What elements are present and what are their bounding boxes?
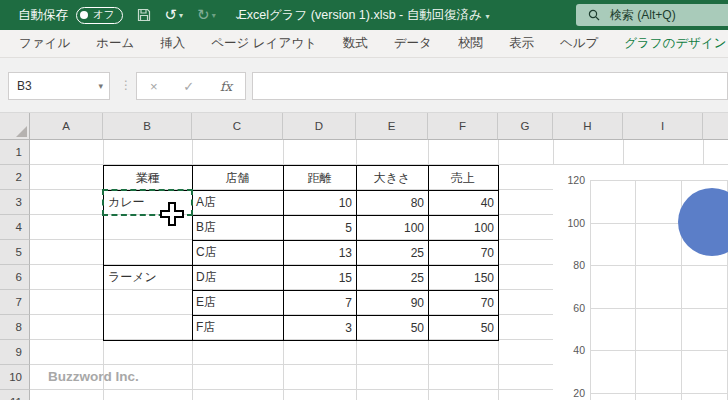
- cell-e3[interactable]: 80: [356, 190, 429, 216]
- row-header-6[interactable]: 6: [0, 265, 30, 290]
- column-header-i[interactable]: I: [623, 113, 703, 140]
- cell-e6[interactable]: 25: [356, 265, 429, 291]
- cell-f5[interactable]: 70: [428, 240, 499, 266]
- cell-c5[interactable]: C店: [192, 240, 284, 266]
- cancel-icon[interactable]: ×: [150, 79, 158, 94]
- select-all-button[interactable]: [0, 113, 30, 140]
- cell-b6-industry[interactable]: ラーメン: [103, 265, 193, 341]
- quick-access-overflow-icon[interactable]: ⌄: [234, 10, 242, 21]
- recovery-dropdown-icon[interactable]: ▾: [486, 12, 490, 21]
- autosave-label: 自動保存: [18, 7, 68, 24]
- cell-e2[interactable]: 大きさ: [356, 165, 429, 191]
- column-header-b[interactable]: B: [103, 113, 192, 140]
- chart-gridline-vertical: [635, 180, 636, 400]
- search-box[interactable]: 検索 (Alt+Q): [576, 4, 728, 26]
- y-axis-tick: 40: [555, 344, 585, 356]
- cell-e7[interactable]: 90: [356, 290, 429, 316]
- name-box-dropdown-icon[interactable]: ▾: [98, 81, 103, 91]
- row-header-3[interactable]: 3: [0, 190, 30, 215]
- column-header-a[interactable]: A: [30, 113, 103, 140]
- formula-input[interactable]: [252, 72, 728, 100]
- column-header-g[interactable]: G: [498, 113, 553, 140]
- cell-c8[interactable]: F店: [192, 315, 284, 341]
- cell-d7[interactable]: 7: [283, 290, 357, 316]
- cell-e5[interactable]: 25: [356, 240, 429, 266]
- row-header-2[interactable]: 2: [0, 165, 30, 190]
- column-header-c[interactable]: C: [192, 113, 283, 140]
- row-header-4[interactable]: 4: [0, 215, 30, 240]
- cell-f4[interactable]: 100: [428, 215, 499, 241]
- formula-bar-separator: ⋮: [120, 78, 132, 92]
- y-axis-tick: 60: [555, 302, 585, 314]
- row-header-7[interactable]: 7: [0, 290, 30, 315]
- cell-c3[interactable]: A店: [192, 190, 284, 216]
- redo-button: ↻: [197, 6, 210, 24]
- data-table: 業種 店舗 距離 大きさ 売上 カレー ラーメン A店 10 80 40 B店 …: [103, 165, 499, 341]
- cell-f7[interactable]: 70: [428, 290, 499, 316]
- tab-chart-design[interactable]: グラフのデザイン: [611, 35, 728, 52]
- cell-d5[interactable]: 13: [283, 240, 357, 266]
- row-header-11[interactable]: 11: [0, 390, 30, 400]
- tab-help[interactable]: ヘルプ: [547, 35, 611, 52]
- excel-window: 自動保存 オフ ↺ ▾ ↻ ▾ ⌄ Excelグラフ (version 1).x…: [0, 0, 728, 400]
- chart-gridline-horizontal: [590, 350, 728, 351]
- cell-f6[interactable]: 150: [428, 265, 499, 291]
- insert-function-icon[interactable]: fx: [220, 79, 232, 94]
- cell-e4[interactable]: 100: [356, 215, 429, 241]
- chart-bubble[interactable]: [678, 188, 728, 256]
- column-header-e[interactable]: E: [356, 113, 428, 140]
- row-header-8[interactable]: 8: [0, 315, 30, 340]
- bubble-chart[interactable]: 120 100 80 60 40 20: [553, 165, 728, 400]
- tab-view[interactable]: 表示: [496, 35, 547, 52]
- save-icon[interactable]: [137, 8, 151, 22]
- row-header-10[interactable]: 10: [0, 365, 30, 390]
- column-header-row: A B C D E F G H I: [0, 113, 728, 140]
- watermark-text: Buzzword Inc.: [48, 369, 139, 384]
- cell-d8[interactable]: 3: [283, 315, 357, 341]
- name-box-value: B3: [17, 79, 98, 93]
- cell-c7[interactable]: E店: [192, 290, 284, 316]
- cell-f2[interactable]: 売上: [428, 165, 499, 191]
- cell-c6[interactable]: D店: [192, 265, 284, 291]
- cell-f8[interactable]: 50: [428, 315, 499, 341]
- enter-icon[interactable]: ✓: [183, 79, 194, 94]
- cell-d2[interactable]: 距離: [283, 165, 357, 191]
- column-header-f[interactable]: F: [428, 113, 498, 140]
- undo-dropdown-icon[interactable]: ▾: [179, 11, 183, 20]
- tab-review[interactable]: 校閲: [445, 35, 496, 52]
- autosave-toggle[interactable]: オフ: [76, 7, 123, 24]
- y-axis-tick: 80: [555, 259, 585, 271]
- column-header-h[interactable]: H: [553, 113, 623, 140]
- chart-gridline-horizontal: [590, 308, 728, 309]
- search-placeholder: 検索 (Alt+Q): [610, 7, 676, 24]
- title-bar: 自動保存 オフ ↺ ▾ ↻ ▾ ⌄ Excelグラフ (version 1).x…: [0, 0, 728, 30]
- cell-d4[interactable]: 5: [283, 215, 357, 241]
- undo-button[interactable]: ↺: [165, 6, 178, 24]
- cell-e8[interactable]: 50: [356, 315, 429, 341]
- cell-d6[interactable]: 15: [283, 265, 357, 291]
- row-header-9[interactable]: 9: [0, 340, 30, 365]
- y-axis-tick: 100: [555, 217, 585, 229]
- row-header-1[interactable]: 1: [0, 140, 30, 165]
- cell-c2[interactable]: 店舗: [192, 165, 284, 191]
- column-header-partial[interactable]: [703, 113, 728, 140]
- cell-d3[interactable]: 10: [283, 190, 357, 216]
- autosave-state: オフ: [93, 8, 115, 22]
- cell-b2[interactable]: 業種: [103, 165, 193, 191]
- tab-insert[interactable]: 挿入: [147, 35, 198, 52]
- tab-data[interactable]: データ: [381, 35, 445, 52]
- tab-file[interactable]: ファイル: [0, 35, 83, 52]
- column-header-d[interactable]: D: [283, 113, 356, 140]
- row-header-5[interactable]: 5: [0, 240, 30, 265]
- y-axis-tick: 20: [555, 387, 585, 399]
- name-box[interactable]: B3 ▾: [8, 72, 110, 100]
- cell-c4[interactable]: B店: [192, 215, 284, 241]
- tab-page-layout[interactable]: ページ レイアウト: [198, 35, 330, 52]
- tab-home[interactable]: ホーム: [83, 35, 147, 52]
- formula-bar-buttons: × ✓ fx: [136, 72, 246, 100]
- tab-formulas[interactable]: 数式: [330, 35, 381, 52]
- cell-f3[interactable]: 40: [428, 190, 499, 216]
- select-all-triangle-icon: [16, 126, 27, 137]
- chart-gridline-horizontal: [590, 265, 728, 266]
- cell-cursor-icon: [158, 200, 186, 232]
